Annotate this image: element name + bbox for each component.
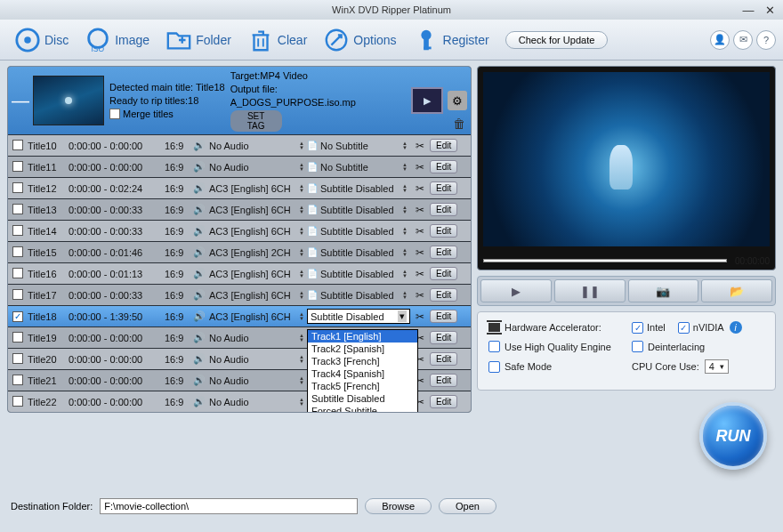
title-row[interactable]: Title17 0:00:00 - 0:00:33 16:9 🔊AC3 [Eng… [8,284,471,305]
image-button[interactable]: ISOImage [77,23,157,57]
subtitle-stepper[interactable]: ▲▼ [402,184,408,193]
scissors-icon[interactable]: ✂ [410,246,430,259]
audio-stepper[interactable]: ▲▼ [299,334,304,343]
edit-button[interactable]: Edit [430,203,457,216]
scissors-icon[interactable]: ✂ [410,161,430,173]
run-button[interactable]: RUN [699,402,767,470]
dest-folder-input[interactable] [100,498,358,514]
audio-stepper[interactable]: ▲▼ [299,355,304,364]
audio-stepper[interactable]: ▲▼ [299,141,304,150]
clear-button[interactable]: Clear [240,23,314,57]
title-checkbox[interactable] [12,246,23,257]
edit-button[interactable]: Edit [430,267,457,280]
title-row[interactable]: Title15 0:00:00 - 0:01:46 16:9 🔊AC3 [Eng… [8,241,471,262]
scissors-icon[interactable]: ✂ [410,268,430,280]
audio-stepper[interactable]: ▲▼ [299,206,304,214]
edit-button[interactable]: Edit [430,160,457,173]
title-row[interactable]: Title11 0:00:00 - 0:00:00 16:9 🔊No Audio… [8,156,471,177]
scissors-icon[interactable]: ✂ [410,289,430,302]
audio-stepper[interactable]: ▲▼ [299,227,304,236]
disc-button[interactable]: Disc [7,23,76,57]
title-row[interactable]: ✓ Title18 0:00:00 - 1:39:50 16:9 🔊AC3 [E… [8,305,471,326]
subtitle-stepper[interactable]: ▲▼ [402,163,408,172]
edit-button[interactable]: Edit [430,288,457,302]
title-row[interactable]: Title10 0:00:00 - 0:00:00 16:9 🔊No Audio… [8,134,471,156]
title-checkbox[interactable] [12,332,23,343]
edit-button[interactable]: Edit [430,310,457,323]
edit-button[interactable]: Edit [430,352,457,366]
subtitle-stepper[interactable]: ▲▼ [402,141,408,150]
subtitle-option[interactable]: Track1 [English] [308,330,417,343]
mail-icon[interactable]: ✉ [733,30,753,50]
subtitle-option[interactable]: Track3 [French] [308,355,417,367]
title-checkbox[interactable] [12,396,23,407]
title-checkbox[interactable] [12,268,23,278]
subtitle-stepper[interactable]: ▲▼ [402,248,408,257]
scissors-icon[interactable]: ✂ [410,225,430,238]
audio-stepper[interactable]: ▲▼ [299,291,304,300]
subtitle-stepper[interactable]: ▲▼ [402,206,408,214]
seek-bar[interactable] [483,259,727,262]
info-icon[interactable]: i [730,321,742,334]
register-button[interactable]: Register [406,23,496,57]
open-button[interactable]: Open [439,498,496,514]
edit-button[interactable]: Edit [430,374,457,387]
subtitle-option[interactable]: Track2 [Spanish] [308,343,417,355]
audio-stepper[interactable]: ▲▼ [299,248,304,257]
title-row[interactable]: Title14 0:00:00 - 0:00:33 16:9 🔊AC3 [Eng… [8,220,471,241]
audio-stepper[interactable]: ▲▼ [299,270,304,278]
title-checkbox[interactable] [12,289,23,300]
browse-button[interactable]: Browse [365,498,432,514]
title-checkbox[interactable] [12,204,23,214]
audio-stepper[interactable]: ▲▼ [299,163,304,172]
title-row[interactable]: Title12 0:00:00 - 0:02:24 16:9 🔊AC3 [Eng… [8,177,471,198]
subtitle-select[interactable]: Subtitle Disabled [307,309,410,324]
check-update-button[interactable]: Check for Update [505,31,609,49]
title-checkbox[interactable] [12,375,23,385]
scissors-icon[interactable]: ✂ [410,204,430,216]
audio-stepper[interactable]: ▲▼ [299,184,304,193]
title-checkbox[interactable] [12,353,23,364]
edit-button[interactable]: Edit [430,395,457,408]
audio-stepper[interactable]: ▲▼ [299,376,304,385]
scissors-icon[interactable]: ✂ [410,310,430,323]
set-tag-button[interactable]: SET TAG [230,110,282,132]
pause-button[interactable]: ❚❚ [554,279,626,302]
audio-stepper[interactable]: ▲▼ [299,312,304,321]
subtitle-option[interactable]: Forced Subtitle [308,405,417,412]
title-checkbox[interactable] [12,182,23,193]
subtitle-stepper[interactable]: ▲▼ [402,291,408,300]
title-checkbox[interactable] [12,140,23,150]
close-button[interactable]: ✕ [762,4,778,16]
options-button[interactable]: Options [316,23,403,57]
subtitle-stepper[interactable]: ▲▼ [402,227,408,236]
subtitle-option[interactable]: Track5 [French] [308,380,417,392]
hq-engine-checkbox[interactable]: Use High Quality Engine [488,341,611,352]
subtitle-option[interactable]: Track4 [Spanish] [308,367,417,380]
help-icon[interactable]: ? [756,30,776,50]
scissors-icon[interactable]: ✂ [410,182,430,195]
edit-button[interactable]: Edit [430,139,457,152]
output-settings-button[interactable]: ⚙ [448,91,467,110]
snapshot-folder-button[interactable]: 📂 [701,279,772,302]
output-preview-button[interactable] [411,87,443,114]
collapse-button[interactable]: — [12,91,28,111]
audio-stepper[interactable]: ▲▼ [299,398,304,407]
nvidia-checkbox[interactable]: ✓nVIDIA [678,322,724,334]
cpu-core-select[interactable]: 4 [705,359,729,374]
play-button[interactable]: ▶ [480,279,552,302]
title-row[interactable]: Title13 0:00:00 - 0:00:33 16:9 🔊AC3 [Eng… [8,198,471,220]
edit-button[interactable]: Edit [430,224,457,238]
folder-button[interactable]: Folder [158,23,238,57]
title-checkbox[interactable] [12,225,23,236]
edit-button[interactable]: Edit [430,246,457,259]
merge-titles-checkbox[interactable]: Merge titles [109,109,225,119]
title-checkbox[interactable]: ✓ [12,311,23,322]
edit-button[interactable]: Edit [430,181,457,195]
edit-button[interactable]: Edit [430,331,457,344]
deinterlacing-checkbox[interactable]: Deinterlacing [632,341,705,352]
intel-checkbox[interactable]: ✓Intel [632,322,666,334]
delete-icon[interactable]: 🗑 [453,117,465,131]
minimize-button[interactable]: — [740,4,756,16]
title-row[interactable]: Title16 0:00:00 - 0:01:13 16:9 🔊AC3 [Eng… [8,262,471,284]
